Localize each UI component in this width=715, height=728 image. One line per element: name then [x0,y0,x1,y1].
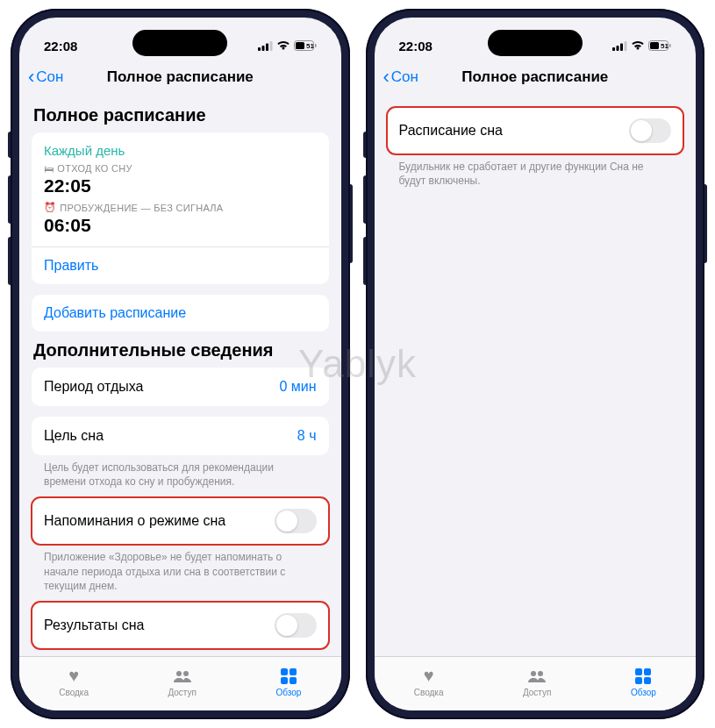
sleep-goal-footer: Цель будет использоваться для рекомендац… [32,455,329,490]
bedtime-label-text: ОТХОД КО СНУ [57,163,132,174]
phone-left: 22:08 51 ‹ Сон Полное расписание Полное … [11,9,350,719]
heart-icon: ♥ [68,666,79,687]
svg-text:51: 51 [661,42,669,50]
signal-icon [612,41,627,51]
rest-period-value: 0 мин [279,379,316,395]
rest-period-label: Период отдыха [44,379,143,395]
dynamic-island [488,30,583,56]
svg-rect-12 [281,677,288,684]
nav-bar: ‹ Сон Полное расписание [19,60,341,96]
alarm-icon: ⏰ [44,202,56,213]
svg-point-23 [538,671,543,676]
results-footer: Приложение «Здоровье» не будет уведомлят… [32,649,329,656]
tab-summary[interactable]: ♥ Сводка [414,666,444,697]
svg-rect-0 [258,47,261,51]
wake-label: ⏰ ПРОБУЖДЕНИЕ — БЕЗ СИГНАЛА [44,202,317,213]
rest-period-row[interactable]: Период отдыха 0 мин [32,368,329,406]
schedule-toggle[interactable] [629,118,671,143]
back-button[interactable]: ‹ Сон [28,68,63,87]
svg-point-8 [176,671,182,676]
svg-rect-24 [635,668,642,675]
edit-button[interactable]: Править [32,247,329,284]
svg-rect-16 [620,43,623,51]
reminders-footer: Приложение «Здоровье» не будет напоминат… [32,545,329,595]
schedule-toggle-label: Расписание сна [399,123,503,139]
svg-rect-25 [644,668,651,675]
tab-sharing[interactable]: Доступ [168,666,197,697]
svg-point-22 [531,671,536,676]
nav-title: Полное расписание [387,68,684,86]
people-icon [527,666,547,687]
svg-rect-3 [269,41,272,51]
add-schedule-button[interactable]: Добавить расписание [32,295,329,332]
add-schedule-card: Добавить расписание [32,295,329,332]
svg-rect-10 [281,668,288,675]
svg-rect-20 [669,44,671,47]
results-toggle[interactable] [275,613,317,638]
svg-point-9 [183,671,189,676]
status-time: 22:08 [44,39,77,54]
battery-icon: 51 [648,40,671,51]
reminders-label: Напоминания о режиме сна [44,513,225,529]
tab-sharing-label: Доступ [523,688,552,697]
phone-side-button [350,184,353,263]
tab-sharing[interactable]: Доступ [523,666,552,697]
bedtime-time: 22:05 [44,175,317,196]
wifi-icon [276,40,290,51]
results-label: Результаты сна [44,617,144,633]
nav-title: Полное расписание [32,68,329,86]
screen-left: 22:08 51 ‹ Сон Полное расписание Полное … [19,18,341,710]
sleep-goal-row[interactable]: Цель сна 8 ч [32,417,329,455]
svg-rect-1 [261,46,264,51]
people-icon [173,666,192,687]
wifi-icon [631,40,645,51]
svg-rect-14 [612,47,615,51]
tab-sharing-label: Доступ [168,688,197,697]
tab-bar: ♥ Сводка Доступ Обзор [375,656,697,710]
tab-summary-label: Сводка [414,688,444,697]
section-header-details: Дополнительные сведения [32,332,329,368]
schedule-card: Каждый день 🛏 ОТХОД КО СНУ 22:05 ⏰ ПРОБУ… [32,132,329,284]
svg-rect-27 [644,677,651,684]
tab-browse-label: Обзор [275,688,301,697]
wake-time: 06:05 [44,215,317,236]
sleep-goal-label: Цель сна [44,428,104,444]
wake-label-text: ПРОБУЖДЕНИЕ — БЕЗ СИГНАЛА [60,203,223,213]
svg-rect-17 [625,41,627,51]
back-label: Сон [391,68,418,86]
reminders-row[interactable]: Напоминания о режиме сна [32,497,329,545]
svg-rect-6 [315,44,317,47]
schedule-toggle-row[interactable]: Расписание сна [387,107,684,154]
bed-icon: 🛏 [44,163,54,174]
back-label: Сон [36,68,63,86]
svg-rect-2 [266,43,268,51]
tab-browse[interactable]: Обзор [275,666,301,697]
svg-rect-13 [290,677,297,684]
status-indicators: 51 [258,40,317,51]
tab-browse[interactable]: Обзор [631,666,656,697]
schedule-toggle-footer: Будильник не сработает и другие функции … [387,154,684,189]
section-header-schedule: Полное расписание [32,96,329,132]
schedule-days: Каждый день [44,143,317,158]
svg-text:51: 51 [306,42,314,50]
phone-right: 22:08 51 ‹ Сон Полное расписание Расписа… [366,9,705,719]
tab-summary[interactable]: ♥ Сводка [59,666,89,697]
battery-icon: 51 [294,40,317,51]
status-time: 22:08 [399,39,433,54]
svg-rect-5 [296,42,304,49]
status-indicators: 51 [612,40,671,51]
tab-bar: ♥ Сводка Доступ Обзор [19,656,341,710]
tab-summary-label: Сводка [59,688,89,697]
content-right[interactable]: Расписание сна Будильник не сработает и … [375,96,697,656]
dynamic-island [132,30,227,56]
chevron-left-icon: ‹ [383,68,390,87]
svg-rect-19 [650,42,659,49]
content-left[interactable]: Полное расписание Каждый день 🛏 ОТХОД КО… [19,96,341,656]
grid-icon [281,666,297,687]
results-row[interactable]: Результаты сна [32,602,329,649]
reminders-toggle[interactable] [275,509,317,533]
heart-icon: ♥ [424,666,434,687]
back-button[interactable]: ‹ Сон [383,68,418,87]
sleep-goal-value: 8 ч [297,428,317,444]
svg-rect-11 [290,668,297,675]
